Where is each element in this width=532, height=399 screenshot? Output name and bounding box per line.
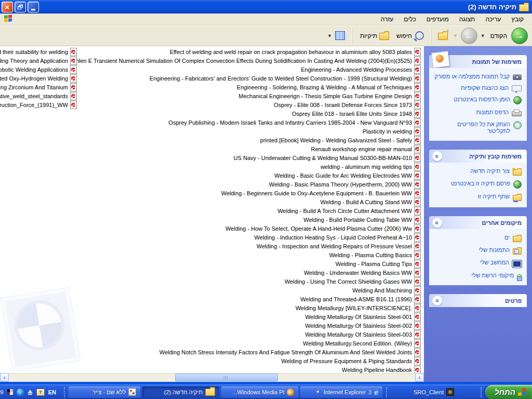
safely-remove-tray-icon[interactable] <box>28 390 33 393</box>
file-item[interactable]: Welding - Build Portable Cutting Table W… <box>72 215 421 224</box>
file-item[interactable]: ative_weld_steel_standards <box>0 91 77 100</box>
file-item[interactable]: Welding - Build A Cutting Stand WW <box>72 197 421 206</box>
up-button[interactable]: ↑ <box>436 29 450 43</box>
task-link[interactable]: שתף תיקיה זו <box>433 193 522 201</box>
task-link[interactable]: הזמן הדפסות באינטרנט <box>433 96 522 104</box>
task-link[interactable]: קבל תמונות ממצלמה או מסורק <box>433 73 522 80</box>
file-item[interactable]: Welding Metallurgy.Second Edition. (Wile… <box>72 339 421 348</box>
scroll-right-arrow[interactable]: › <box>415 373 424 382</box>
file-item[interactable]: Engineering - Soldering, Brazing & Weldi… <box>72 83 421 91</box>
file-name: Welding - Induction Heating Sys - Liquid… <box>255 234 412 241</box>
file-item[interactable]: Welding - Basic Plasma Theory (Hyperther… <box>72 180 421 189</box>
scrollbar-thumb[interactable] <box>175 374 278 381</box>
taskbar-button-internet-explorer-group[interactable]: e 3 Internet Explorer ▼ <box>300 387 382 398</box>
collapse-chevron-icon[interactable]: « <box>432 151 442 161</box>
file-folder-tasks-header[interactable]: משימות קובץ ותיקיה « <box>429 150 527 163</box>
file-list-area[interactable]: Effect of welding and weld repair on cra… <box>0 46 424 382</box>
task-link[interactable]: העתק את כל הפריטים לתקליטור <box>433 121 522 135</box>
file-item[interactable]: Welding - Using The Correct Shielding Ga… <box>72 277 421 286</box>
folders-button[interactable]: תיקיות <box>357 30 392 42</box>
task-link[interactable]: פרסם תיקיה זו באינטרנט <box>433 180 522 189</box>
task-link[interactable]: צור תיקיה חדשה <box>433 168 522 176</box>
file-name: ative_weld_steel_standards <box>0 93 68 99</box>
taskbar-clock[interactable]: 18:09 <box>0 389 4 395</box>
file-item[interactable]: Welding Notch Stress Intensity Factors A… <box>72 348 421 356</box>
menu-item[interactable]: עזרה <box>376 15 399 24</box>
file-item[interactable]: Welding - How To Select, Operate A Hand-… <box>72 224 421 233</box>
forward-button[interactable]: ← <box>461 28 477 44</box>
taskbar-button-new-folder[interactable]: תיקיה חדשה (2) <box>142 387 219 398</box>
file-item[interactable]: Welding - Underwater Welding Basics WW <box>72 268 421 277</box>
file-item[interactable]: Osprey Elite 018 - Israeli Elite Units S… <box>72 109 421 118</box>
file-item[interactable]: Osprey - Elite 008 - Israeli Defense For… <box>72 100 421 109</box>
place-link[interactable]: ים <box>433 234 522 242</box>
place-link[interactable]: מיקומי הרשת שלי <box>433 272 522 279</box>
file-item[interactable]: Welding - Plasma Cutting Tips <box>72 259 421 268</box>
file-item[interactable]: Welding - Basic Guide for Arc Welding El… <box>72 171 421 180</box>
file-item[interactable]: Mechanical Engineerign - Thesis Simple G… <box>72 91 421 100</box>
menu-item[interactable]: קובץ <box>507 15 529 24</box>
file-item[interactable]: Ehlen E Transient Numerical Simulation O… <box>72 56 421 65</box>
file-item[interactable]: welding - aluminum mig welding tips <box>72 162 421 171</box>
menu-item[interactable]: תצוגה <box>454 15 481 24</box>
back-button[interactable]: → <box>511 28 528 44</box>
other-places-header[interactable]: מיקומים אחרים « <box>429 216 527 229</box>
collapse-chevron-icon[interactable]: « <box>432 218 442 228</box>
file-item[interactable]: sted Oxy-Hydrogen Welding <box>0 74 77 83</box>
expand-chevron-icon[interactable]: « <box>432 296 442 305</box>
scroll-left-arrow[interactable]: ‹ <box>0 373 9 382</box>
picture-tasks-header[interactable]: משימות של תמונות <box>429 55 527 68</box>
file-item[interactable]: Welding - Plasma Cutting Basics <box>72 250 421 259</box>
file-item[interactable]: Welding Metallurgy [WILEY-INTERSCIENCE]. <box>72 303 421 312</box>
keyboard-tray-icon[interactable]: ? <box>36 389 45 396</box>
file-item[interactable]: Osprey Publishing - Modern Israeli Tanks… <box>72 118 421 127</box>
close-button[interactable]: × <box>2 2 13 12</box>
place-link[interactable]: המחשב שלי <box>433 259 522 268</box>
file-item[interactable]: Welding - Beginners Guide to Oxy-Acetyle… <box>72 189 421 197</box>
file-item[interactable]: Engineering - Advanced Welding Processes <box>72 65 421 74</box>
file-item[interactable]: Welding Metallurgy Of Stainless Steel-00… <box>72 321 421 330</box>
file-item[interactable]: Welding Metallurgy Of Stainless Steel-00… <box>72 330 421 339</box>
file-item[interactable]: Welding And Machining <box>72 286 421 295</box>
menu-item[interactable]: מועדפים <box>421 15 454 24</box>
file-item[interactable]: d their suitability for welding <box>0 47 77 56</box>
taskbar-button-windows-media-player[interactable]: ▶ ...Windows Media Pl <box>221 387 298 398</box>
file-item[interactable]: printed.[Ebook] Welding - Welding Galvan… <box>72 136 421 144</box>
restore-button[interactable] <box>15 2 26 12</box>
file-item[interactable]: Renault workshop engine repair manual <box>72 144 421 153</box>
views-button[interactable]: ▼ <box>324 30 348 42</box>
minimize-button[interactable] <box>28 2 39 12</box>
back-history-chevron[interactable]: ▼ <box>481 33 485 38</box>
place-link[interactable]: התמונות שלי <box>433 247 522 255</box>
file-item[interactable]: ding Zirconium And Titanium <box>0 83 77 91</box>
file-item[interactable]: Welding and Threated-ASME B16.11 (1996) <box>72 295 421 303</box>
title-bar[interactable]: תיקיה חדשה (2) × <box>0 0 532 14</box>
language-indicator[interactable]: EN <box>48 389 56 395</box>
file-item[interactable]: Welding - Induction Heating Sys - Liquid… <box>72 233 421 242</box>
file-folder-tasks-panel: משימות קובץ ותיקיה « צור תיקיה חדשה <box>429 150 527 207</box>
file-item[interactable]: Welding - Build A Torch Circle Cutter At… <box>72 206 421 215</box>
file-item[interactable]: Engineering - Fabricators' and Erectors'… <box>72 74 421 83</box>
file-name: ding Theory and Application <box>0 58 68 64</box>
file-item[interactable]: Robotic Welding Applications <box>0 65 77 74</box>
file-item[interactable]: Plasticity in welding <box>72 127 421 136</box>
details-header[interactable]: פרטים « <box>429 294 527 307</box>
file-item[interactable]: US Navy - Underwater Cutting & Welding M… <box>72 153 421 162</box>
display-settings-tray-icon[interactable] <box>7 389 13 395</box>
file-item[interactable]: Welding of Pressure Equipment & Piping S… <box>72 356 421 365</box>
file-item[interactable]: Effect of welding and weld repair on cra… <box>72 47 421 56</box>
file-item[interactable]: truction_Force_(1991)_WW <box>0 100 77 109</box>
taskbar-button-paint[interactable]: ללא שם - צייר <box>69 387 140 398</box>
updates-tray-icon[interactable]: › <box>17 389 24 396</box>
horizontal-scrollbar[interactable]: ‹ › <box>0 373 424 382</box>
start-button[interactable]: התחל <box>485 385 532 399</box>
task-link[interactable]: הדפס תמונות <box>433 109 522 116</box>
file-item[interactable]: ding Theory and Application <box>0 56 77 65</box>
menu-item[interactable]: עריכה <box>480 15 506 24</box>
task-link[interactable]: הצג כהצגת שקופיות <box>433 85 522 91</box>
taskbar-item-sro-client[interactable]: SRO_Client <box>391 387 477 398</box>
menu-item[interactable]: כלים <box>398 15 421 24</box>
search-button[interactable]: חיפוש <box>394 30 427 42</box>
file-item[interactable]: Welding - Inspection and Welding Repairs… <box>72 242 421 250</box>
file-item[interactable]: Welding Metallurgy Of Stainless Steel-00… <box>72 312 421 321</box>
